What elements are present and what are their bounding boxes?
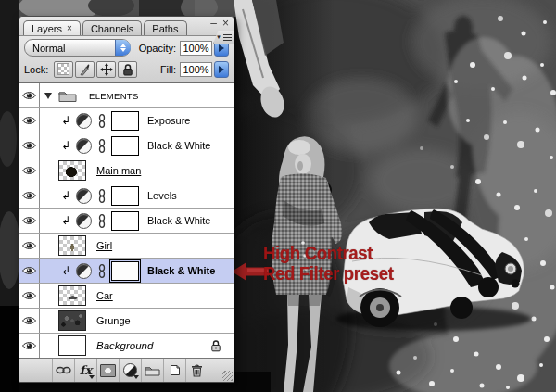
layer-row-car[interactable]: Car bbox=[19, 284, 234, 309]
thumbnail-art bbox=[59, 161, 85, 180]
visibility-toggle[interactable] bbox=[19, 108, 40, 133]
lock-position-button[interactable] bbox=[96, 61, 116, 78]
layer-name: ELEMENTS bbox=[89, 91, 139, 101]
layer-name: Background bbox=[96, 340, 153, 351]
panel-menu-arrow-icon: ▼ bbox=[216, 34, 221, 40]
photoshop-workspace: High Contrast Red Filter preset – × Laye… bbox=[0, 0, 556, 392]
layer-mask-thumbnail[interactable] bbox=[111, 136, 139, 156]
blend-mode-select[interactable]: Normal bbox=[24, 39, 131, 57]
layer-row-black-white-1[interactable]: ↲ Black & White bbox=[19, 133, 234, 158]
minimize-button[interactable]: – bbox=[210, 17, 217, 30]
layer-row-girl[interactable]: Girl bbox=[19, 234, 234, 259]
layer-name: Car bbox=[96, 290, 113, 301]
link-icon bbox=[56, 366, 71, 374]
thumbnail-art bbox=[59, 311, 85, 330]
blend-mode-value: Normal bbox=[25, 43, 115, 54]
adjustment-layer-icon[interactable] bbox=[76, 213, 92, 229]
new-layer-button[interactable] bbox=[164, 359, 186, 382]
move-cross-icon bbox=[100, 63, 113, 76]
layer-thumbnail[interactable] bbox=[58, 335, 86, 356]
resize-grip[interactable] bbox=[222, 371, 233, 381]
tab-paths[interactable]: Paths bbox=[144, 20, 186, 35]
layer-lock-icon bbox=[210, 339, 221, 352]
layer-row-grunge[interactable]: Grunge bbox=[19, 309, 234, 334]
trash-icon bbox=[191, 364, 203, 377]
visibility-toggle[interactable] bbox=[19, 259, 40, 283]
adjustment-layer-icon[interactable] bbox=[76, 138, 92, 154]
opacity-input[interactable]: 100% bbox=[180, 41, 212, 56]
add-layer-mask-button[interactable] bbox=[97, 359, 120, 382]
layer-mask-thumbnail[interactable] bbox=[111, 111, 139, 131]
clipping-mask-arrow-icon: ↲ bbox=[61, 116, 73, 125]
eye-icon bbox=[22, 166, 36, 175]
eye-icon bbox=[22, 216, 36, 225]
layer-row-levels[interactable]: ↲ Levels bbox=[19, 183, 234, 209]
folder-icon bbox=[58, 90, 77, 102]
visibility-toggle[interactable] bbox=[19, 284, 40, 308]
visibility-toggle[interactable] bbox=[19, 334, 40, 358]
close-button[interactable]: × bbox=[222, 17, 229, 30]
visibility-toggle[interactable] bbox=[19, 183, 40, 208]
layer-thumbnail[interactable] bbox=[58, 160, 86, 181]
new-group-button[interactable] bbox=[142, 359, 164, 382]
layer-row-black-white-selected[interactable]: ↲ Black & White bbox=[19, 259, 234, 284]
visibility-toggle[interactable] bbox=[19, 309, 40, 333]
adjustment-layer-icon[interactable] bbox=[76, 188, 92, 204]
brush-icon bbox=[79, 63, 91, 76]
link-chain-icon bbox=[98, 264, 106, 278]
visibility-toggle[interactable] bbox=[19, 83, 40, 107]
layer-thumbnail[interactable] bbox=[58, 235, 86, 256]
layer-row-main-man[interactable]: Main man bbox=[19, 158, 234, 183]
visibility-toggle[interactable] bbox=[19, 133, 40, 158]
fill-slider-button[interactable] bbox=[214, 61, 229, 78]
clipping-mask-arrow-icon: ↲ bbox=[61, 266, 73, 275]
tab-close-icon[interactable]: × bbox=[67, 23, 72, 33]
layer-mask-thumbnail[interactable] bbox=[111, 186, 139, 206]
fill-input[interactable]: 100% bbox=[180, 62, 212, 77]
eye-icon bbox=[22, 266, 36, 275]
layer-style-button[interactable]: fx bbox=[75, 359, 97, 382]
lock-image-button[interactable] bbox=[75, 61, 95, 78]
new-adjustment-layer-button[interactable] bbox=[120, 359, 142, 382]
blend-mode-stepper-icon[interactable] bbox=[115, 40, 131, 56]
layer-mask-thumbnail[interactable] bbox=[111, 211, 139, 231]
window-controls: – × bbox=[210, 17, 229, 30]
tab-layers-label: Layers bbox=[32, 23, 62, 34]
tab-channels[interactable]: Channels bbox=[82, 20, 142, 35]
eye-icon bbox=[22, 141, 36, 150]
lock-label: Lock: bbox=[24, 64, 48, 75]
lock-transparency-button[interactable] bbox=[54, 61, 73, 78]
layer-thumbnail[interactable] bbox=[58, 310, 86, 331]
layer-row-exposure[interactable]: ↲ Exposure bbox=[19, 108, 234, 133]
thumbnail-art bbox=[59, 336, 85, 355]
clipping-mask-arrow-icon: ↲ bbox=[61, 191, 73, 200]
layer-row-background[interactable]: Background bbox=[19, 334, 234, 358]
layer-name: Exposure bbox=[147, 115, 190, 126]
layer-mask-thumbnail[interactable] bbox=[111, 261, 139, 281]
opacity-label: Opacity: bbox=[139, 43, 176, 54]
disclosure-triangle-icon[interactable] bbox=[44, 93, 52, 99]
layer-name: Levels bbox=[147, 190, 177, 201]
visibility-toggle[interactable] bbox=[19, 234, 40, 258]
tab-channels-label: Channels bbox=[91, 23, 133, 34]
padlock-icon bbox=[122, 63, 133, 76]
layer-row-elements[interactable]: ELEMENTS bbox=[19, 83, 234, 108]
link-chain-icon bbox=[98, 114, 106, 128]
adjustment-layer-icon[interactable] bbox=[76, 113, 92, 129]
link-layers-button[interactable] bbox=[52, 359, 75, 382]
tab-paths-label: Paths bbox=[152, 23, 178, 34]
transparency-checker-icon bbox=[57, 63, 70, 75]
delete-layer-button[interactable] bbox=[186, 359, 208, 382]
adjustment-layer-icon[interactable] bbox=[76, 263, 92, 279]
right-arrow-icon bbox=[219, 66, 224, 73]
visibility-toggle[interactable] bbox=[19, 209, 40, 233]
layers-panel: – × Layers × Channels Paths ▼ bbox=[19, 16, 234, 383]
lock-all-button[interactable] bbox=[118, 61, 137, 78]
panel-header: – × Layers × Channels Paths bbox=[19, 17, 234, 35]
tab-layers[interactable]: Layers × bbox=[23, 20, 81, 35]
layer-name: Grunge bbox=[96, 315, 131, 326]
layer-name: Main man bbox=[96, 165, 141, 176]
visibility-toggle[interactable] bbox=[19, 158, 40, 183]
layer-thumbnail[interactable] bbox=[58, 285, 86, 306]
layer-row-black-white-2[interactable]: ↲ Black & White bbox=[19, 209, 234, 234]
